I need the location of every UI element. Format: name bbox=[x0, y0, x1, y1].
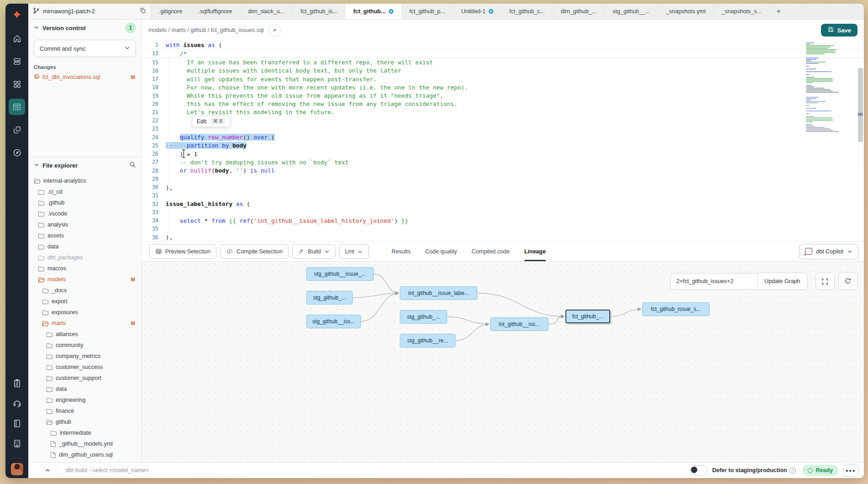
code-line[interactable]: 31 bbox=[142, 191, 864, 200]
apps-grid-icon[interactable] bbox=[9, 76, 25, 92]
tree-item-engineering[interactable]: engineering bbox=[28, 395, 141, 405]
code-line[interactable]: 13 /* bbox=[142, 49, 864, 58]
tab-snapshots-s[interactable]: _snapshots_s... bbox=[714, 4, 770, 19]
tree-item-analysis[interactable]: analysis bbox=[28, 219, 141, 230]
lineage-node-stg-github-iss[interactable]: stg_github__iss... bbox=[306, 315, 361, 328]
tree-item-export[interactable]: export bbox=[28, 296, 141, 307]
lineage-node-fct-github[interactable]: fct_github_... bbox=[565, 310, 610, 323]
explore-compass-icon[interactable] bbox=[9, 144, 25, 161]
lint-button[interactable]: Lint bbox=[339, 244, 369, 259]
code-line[interactable]: 25······partition by body bbox=[142, 142, 864, 150]
tab-compiled-code[interactable]: Compiled code bbox=[471, 242, 509, 261]
code-line[interactable]: 34 select * from {{ ref('int_github__iss… bbox=[142, 216, 864, 225]
code-line[interactable]: 32issue_label_history as ( bbox=[142, 200, 864, 208]
tab-gitignore[interactable]: .gitignore bbox=[151, 4, 190, 19]
tree-item-customer-support[interactable]: customer_support bbox=[28, 373, 141, 384]
environments-stack-icon[interactable] bbox=[9, 53, 25, 69]
update-graph-button[interactable]: Update Graph bbox=[758, 273, 807, 290]
version-control-header[interactable]: Version control 1 bbox=[28, 20, 141, 36]
code-line[interactable]: 23 bbox=[142, 125, 864, 133]
code-line[interactable]: 36), bbox=[142, 233, 864, 241]
help-icon[interactable]: ? bbox=[790, 467, 796, 473]
defer-toggle[interactable] bbox=[690, 465, 708, 475]
new-tab-button[interactable]: + bbox=[770, 4, 788, 19]
tree-item-data[interactable]: data bbox=[28, 384, 141, 395]
tree-item-github-models-yml[interactable]: _github__models.yml bbox=[28, 438, 141, 449]
code-line[interactable]: 15 If an issue has been transferred to a… bbox=[142, 58, 864, 66]
tree-item-data[interactable]: data bbox=[28, 241, 141, 252]
tree-item-github[interactable]: .github bbox=[28, 197, 141, 208]
code-line[interactable]: 24 qualify row_number() over ( bbox=[142, 133, 864, 142]
code-line[interactable]: 28 or nullif(body, '') is null bbox=[142, 167, 864, 175]
code-line[interactable]: 29 bbox=[142, 175, 864, 183]
code-line[interactable]: 17 will get updates for events that happ… bbox=[142, 75, 864, 83]
tasks-clipboard-icon[interactable] bbox=[9, 375, 25, 391]
tree-item-internal-analytics[interactable]: internal-analytics bbox=[28, 175, 141, 186]
build-button[interactable]: Build bbox=[292, 244, 335, 259]
tree-item-vscode[interactable]: .vscode bbox=[28, 208, 141, 219]
tab-snapshots-yml[interactable]: _snapshots.yml bbox=[658, 4, 714, 19]
tree-item-macros[interactable]: macros bbox=[28, 263, 141, 274]
tab-fct-github-is[interactable]: fct_github_is... bbox=[293, 4, 345, 19]
refresh-button[interactable] bbox=[838, 273, 858, 290]
tab-stg-github[interactable]: stg_github__... bbox=[605, 4, 658, 19]
compare-branches-icon[interactable] bbox=[9, 121, 25, 138]
tree-item-community[interactable]: community bbox=[28, 340, 141, 351]
code-line[interactable]: 20 this has the effect of removing the n… bbox=[142, 100, 864, 108]
tree-item-dbt-packages[interactable]: dbt_packages bbox=[28, 252, 141, 263]
code-editor-icon[interactable] bbox=[9, 99, 25, 115]
editor-scrollbar[interactable] bbox=[858, 68, 863, 142]
lineage-panel[interactable]: Update Graph stg_github__issue_...stg_gi… bbox=[142, 261, 864, 462]
tab-fct-github[interactable]: fct_github... bbox=[345, 4, 402, 19]
search-icon[interactable] bbox=[129, 161, 136, 170]
minimap[interactable] bbox=[806, 42, 842, 132]
changed-file-item[interactable]: fct_dbt_invocations.sqlM bbox=[28, 72, 141, 82]
tree-item-dim-github-users-sql[interactable]: dim_github_users.sql bbox=[28, 449, 141, 460]
compile-selection-button[interactable]: Compile Selection bbox=[220, 244, 288, 259]
tab-fct-github-p[interactable]: fct_github_p... bbox=[402, 4, 454, 19]
tree-item-company-metrics[interactable]: company_metrics bbox=[28, 351, 141, 362]
save-button[interactable]: Save bbox=[821, 24, 858, 37]
lineage-selector-input[interactable] bbox=[670, 273, 758, 289]
tab-results[interactable]: Results bbox=[392, 242, 411, 261]
lineage-node-stg-github-issue[interactable]: stg_github__issue_... bbox=[306, 267, 374, 281]
tab-lineage[interactable]: Lineage bbox=[524, 242, 546, 261]
ready-status-badge[interactable]: Ready bbox=[802, 465, 838, 476]
tree-item-alliances[interactable]: alliances bbox=[28, 329, 141, 340]
edit-popup[interactable]: Edit ⌘ B bbox=[192, 116, 230, 127]
organization-icon[interactable] bbox=[9, 435, 25, 452]
lineage-node-int-github-issue-labe[interactable]: int_github__issue_labe... bbox=[400, 286, 477, 300]
fullscreen-button[interactable] bbox=[816, 273, 835, 290]
docs-book-icon[interactable] bbox=[9, 415, 25, 431]
tree-item-ci-cd[interactable]: .ci_cd bbox=[28, 186, 141, 197]
preview-selection-button[interactable]: Preview Selection bbox=[149, 244, 216, 259]
lineage-node-stg-github-re[interactable]: stg_github__re... bbox=[400, 334, 455, 347]
user-avatar[interactable] bbox=[11, 463, 23, 475]
tree-item-intermediate[interactable]: intermediate bbox=[28, 427, 141, 438]
tree-item-models[interactable]: modelsM bbox=[28, 274, 141, 285]
code-editor[interactable]: 1with issues as (13 /*15 If an issue has… bbox=[142, 41, 864, 241]
lineage-node-int-github-iss[interactable]: int_github__iss... bbox=[490, 317, 549, 331]
overflow-menu-button[interactable]: ●●● bbox=[843, 464, 858, 477]
code-line[interactable]: 27 -- don't try deduping issues with no … bbox=[142, 158, 864, 166]
command-input[interactable] bbox=[58, 467, 690, 474]
lineage-node-stg-github[interactable]: stg_github_... bbox=[400, 310, 447, 324]
tab-fct-github-c[interactable]: fct_github_c... bbox=[502, 4, 553, 19]
code-line[interactable]: 26 ) = 1 bbox=[142, 150, 864, 158]
file-explorer-header[interactable]: File explorer bbox=[28, 157, 141, 174]
tree-item-customer-success[interactable]: customer_success bbox=[28, 362, 141, 373]
code-line[interactable]: 22 bbox=[142, 116, 864, 125]
tree-item-marts[interactable]: martsM bbox=[28, 318, 141, 329]
code-line[interactable]: 19 While this prevents the old issue fro… bbox=[142, 91, 864, 100]
tab-code-quality[interactable]: Code quality bbox=[425, 242, 457, 261]
tree-item-finance[interactable]: finance bbox=[28, 405, 141, 416]
chevron-down-icon[interactable] bbox=[125, 45, 130, 52]
expand-panel-button[interactable] bbox=[45, 468, 51, 473]
code-line[interactable]: 35 bbox=[142, 225, 864, 233]
dbt-logo-icon[interactable] bbox=[9, 7, 25, 24]
code-line[interactable]: 1with issues as ( bbox=[142, 41, 864, 49]
code-line[interactable]: 30), bbox=[142, 183, 864, 191]
tree-item-exposures[interactable]: exposures bbox=[28, 307, 141, 318]
lineage-node-fct-github-issue-s[interactable]: fct_github_issue_s... bbox=[642, 302, 710, 316]
code-line[interactable]: 18 For now, choose the one with more rec… bbox=[142, 83, 864, 91]
